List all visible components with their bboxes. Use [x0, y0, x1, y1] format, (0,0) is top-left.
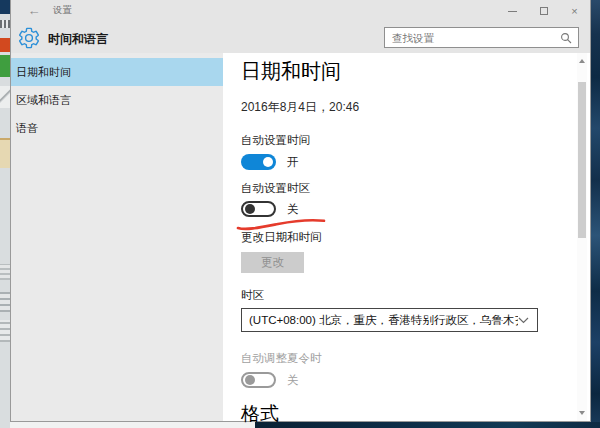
settings-window: ← 设置 × 时间和语言 日期和时间 区域和语言 语音 — [10, 0, 591, 422]
set-timezone-auto-state: 关 — [287, 202, 299, 217]
scrollbar-thumb[interactable] — [578, 82, 586, 238]
toggle-knob — [245, 204, 255, 214]
chevron-down-icon — [518, 317, 529, 324]
desktop-background-right — [591, 0, 600, 428]
maximize-icon — [540, 7, 548, 15]
desktop-background-left — [0, 0, 10, 428]
timezone-selected-value: (UTC+08:00) 北京，重庆，香港特别行政区，乌鲁木齐 — [242, 313, 518, 328]
dst-state: 关 — [287, 373, 299, 388]
search-input[interactable] — [385, 32, 560, 44]
search-box[interactable] — [384, 27, 579, 48]
desktop-background-bottom-left — [10, 422, 255, 428]
toggle-knob — [245, 375, 255, 385]
page-title: 日期和时间 — [241, 59, 590, 83]
close-button[interactable]: × — [559, 0, 590, 22]
toggle-knob — [263, 157, 273, 167]
maximize-button[interactable] — [528, 0, 559, 22]
sidebar-item-region-language[interactable]: 区域和语言 — [11, 86, 223, 114]
window-top-bar: ← 设置 × 时间和语言 — [11, 0, 590, 53]
minimize-icon — [508, 11, 517, 12]
dst-toggle — [241, 372, 276, 388]
dst-label: 自动调整夏令时 — [241, 351, 590, 366]
set-time-auto-label: 自动设置时间 — [241, 133, 590, 148]
page-group-title: 时间和语言 — [48, 31, 108, 48]
set-time-auto-toggle[interactable] — [241, 154, 276, 170]
window-title: 设置 — [53, 4, 72, 17]
search-icon — [560, 32, 572, 44]
settings-sidebar: 日期和时间 区域和语言 语音 — [11, 53, 223, 421]
scrollbar-down-arrow[interactable] — [577, 406, 587, 420]
back-icon[interactable]: ← — [23, 2, 45, 20]
set-timezone-auto-toggle[interactable] — [241, 201, 276, 217]
timezone-label: 时区 — [241, 288, 590, 303]
set-timezone-auto-label: 自动设置时区 — [241, 181, 590, 196]
formats-section-title: 格式 — [241, 402, 590, 426]
minimize-button[interactable] — [497, 0, 528, 22]
gear-icon — [17, 26, 41, 50]
change-datetime-label: 更改日期和时间 — [241, 230, 590, 245]
sidebar-item-speech[interactable]: 语音 — [11, 114, 223, 142]
current-datetime: 2016年8月4日，20:46 — [241, 99, 590, 116]
scrollbar[interactable] — [577, 53, 587, 421]
caption-buttons: × — [497, 0, 590, 22]
set-time-auto-state: 开 — [287, 155, 299, 170]
scrollbar-up-arrow[interactable] — [577, 54, 587, 68]
change-button[interactable]: 更改 — [241, 252, 304, 273]
sidebar-item-date-time[interactable]: 日期和时间 — [11, 58, 223, 86]
main-content: 日期和时间 2016年8月4日，20:46 自动设置时间 开 自动设置时区 关 … — [223, 53, 590, 421]
timezone-dropdown[interactable]: (UTC+08:00) 北京，重庆，香港特别行政区，乌鲁木齐 — [241, 308, 538, 332]
